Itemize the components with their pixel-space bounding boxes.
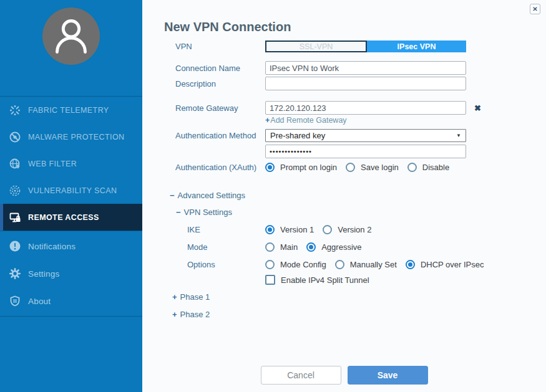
radio-icon (323, 225, 332, 234)
sidebar-item-notifications[interactable]: Notifications (0, 232, 142, 260)
sidebar-item-label: Notifications (28, 242, 76, 251)
ike-row: IKE Version 1 Version 2 (175, 225, 522, 234)
avatar[interactable] (42, 7, 100, 65)
remove-gateway-icon[interactable]: ✖ (474, 103, 481, 113)
radio-icon (346, 163, 355, 172)
xauth-label: Authentication (XAuth) (175, 163, 265, 172)
chevron-down-icon: ▼ (456, 133, 461, 138)
sidebar-item-label: FABRIC TELEMETRY (28, 106, 109, 115)
sidebar-item-web-filter[interactable]: WEB FILTER (0, 150, 142, 177)
radio-mode-aggressive[interactable]: Aggressive (306, 242, 361, 252)
radio-manually-set[interactable]: Manually Set (335, 260, 397, 269)
split-tunnel-label: Enable IPv4 Split Tunnel (281, 275, 369, 285)
radio-dhcp-over-ipsec[interactable]: DHCP over IPsec (406, 260, 484, 269)
radio-mode-config[interactable]: Mode Config (265, 260, 326, 269)
plus-icon: + (265, 116, 270, 125)
vpn-type-toggle: SSL-VPN IPsec VPN (265, 41, 466, 52)
primary-nav: FABRIC TELEMETRY MALWARE PROTECTION (0, 97, 142, 231)
auth-method-value: Pre-shared key (270, 131, 325, 140)
add-remote-gateway-link[interactable]: + Add Remote Gateway (265, 115, 522, 125)
mode-row: Mode Main Aggressive (175, 242, 522, 252)
pre-shared-key-input[interactable] (265, 145, 466, 158)
vpn-settings-label: VPN Settings (184, 208, 232, 217)
avatar-section (0, 0, 142, 97)
checkbox-icon (265, 275, 275, 285)
cancel-button[interactable]: Cancel (261, 366, 341, 385)
forticlient-window: FABRIC TELEMETRY MALWARE PROTECTION (0, 0, 546, 392)
sidebar-item-label: WEB FILTER (28, 160, 77, 168)
ipsec-vpn-tab[interactable]: IPsec VPN (367, 41, 466, 52)
vpn-settings-expander[interactable]: − VPN Settings (176, 207, 522, 217)
connection-name-input[interactable] (265, 61, 466, 75)
gear-icon (9, 267, 21, 280)
sidebar-item-malware-protection[interactable]: MALWARE PROTECTION (0, 123, 142, 150)
phase-2-expander[interactable]: + Phase 2 (172, 310, 522, 319)
expand-icon: + (172, 310, 177, 319)
sidebar-item-settings[interactable]: Settings (0, 260, 142, 287)
pre-shared-key-row (175, 145, 522, 158)
phase-1-label: Phase 1 (180, 292, 210, 302)
radio-icon (265, 242, 275, 252)
radio-selected-icon (406, 260, 415, 269)
radio-disable[interactable]: Disable (407, 163, 449, 172)
radio-mode-main[interactable]: Main (265, 242, 298, 252)
sidebar-item-vulnerability-scan[interactable]: VULNERABILITY SCAN (0, 177, 142, 204)
connection-name-label: Connection Name (175, 64, 265, 73)
sidebar-item-label: Settings (28, 269, 59, 279)
sidebar-item-label: REMOTE ACCESS (28, 213, 99, 222)
radio-save-login[interactable]: Save login (346, 163, 399, 172)
web-filter-icon (9, 158, 21, 170)
advanced-settings-expander[interactable]: − Advanced Settings (170, 190, 522, 200)
description-row: Description (175, 77, 522, 90)
sidebar-item-remote-access[interactable]: REMOTE ACCESS (0, 204, 142, 231)
fabric-telemetry-icon (9, 104, 21, 117)
collapse-icon: − (176, 208, 181, 217)
vpn-type-row: VPN SSL-VPN IPsec VPN (175, 41, 522, 52)
auth-method-row: Authentication Method Pre-shared key ▼ (175, 129, 522, 142)
sidebar-item-fabric-telemetry[interactable]: FABRIC TELEMETRY (0, 97, 142, 123)
xauth-row: Authentication (XAuth) Prompt on login S… (175, 163, 522, 172)
main-panel: ✕ New VPN Connection VPN SSL-VPN IPsec V… (142, 0, 546, 392)
malware-protection-icon (9, 131, 21, 143)
auth-method-select[interactable]: Pre-shared key ▼ (265, 129, 466, 142)
remote-gateway-label: Remote Gateway (175, 103, 265, 113)
sidebar-item-label: VULNERABILITY SCAN (28, 186, 117, 195)
sidebar-item-label: About (28, 297, 51, 306)
expand-icon: + (172, 292, 177, 302)
radio-selected-icon (265, 225, 275, 234)
sidebar-item-about[interactable]: About (0, 287, 142, 315)
radio-selected-icon (265, 163, 275, 172)
radio-selected-icon (306, 242, 316, 252)
phase-1-expander[interactable]: + Phase 1 (172, 292, 522, 302)
vpn-type-label: VPN (175, 42, 265, 51)
connection-name-row: Connection Name (175, 61, 522, 75)
notifications-icon (9, 240, 21, 252)
options-row: Options Mode Config Manually Set DHCP ov… (175, 260, 522, 269)
sidebar: FABRIC TELEMETRY MALWARE PROTECTION (0, 0, 142, 392)
ssl-vpn-tab[interactable]: SSL-VPN (265, 41, 367, 52)
radio-icon (265, 260, 275, 269)
close-icon[interactable]: ✕ (530, 4, 540, 14)
secondary-nav: Notifications Settings (0, 231, 142, 317)
radio-icon (407, 163, 417, 172)
radio-ike-version-2[interactable]: Version 2 (323, 225, 371, 234)
save-button[interactable]: Save (348, 366, 428, 385)
remote-gateway-row: Remote Gateway ✖ (175, 101, 522, 115)
page-title: New VPN Connection (164, 19, 546, 34)
collapse-icon: − (170, 191, 175, 200)
advanced-settings-label: Advanced Settings (178, 191, 245, 200)
vpn-form: VPN SSL-VPN IPsec VPN Connection Name De… (175, 41, 522, 319)
ike-label: IKE (175, 225, 265, 234)
split-tunnel-row: Enable IPv4 Split Tunnel (175, 275, 522, 285)
radio-ike-version-1[interactable]: Version 1 (265, 225, 314, 234)
remote-gateway-input[interactable] (265, 101, 466, 115)
radio-prompt-on-login[interactable]: Prompt on login (265, 163, 337, 172)
auth-method-label: Authentication Method (175, 131, 265, 140)
shield-icon (9, 295, 21, 307)
add-remote-gateway-label: Add Remote Gateway (270, 116, 346, 125)
phase-2-label: Phase 2 (180, 310, 210, 319)
split-tunnel-checkbox-group[interactable]: Enable IPv4 Split Tunnel (265, 275, 369, 285)
remote-access-icon (9, 211, 21, 224)
form-footer: Cancel Save (142, 366, 546, 385)
description-input[interactable] (265, 77, 466, 90)
